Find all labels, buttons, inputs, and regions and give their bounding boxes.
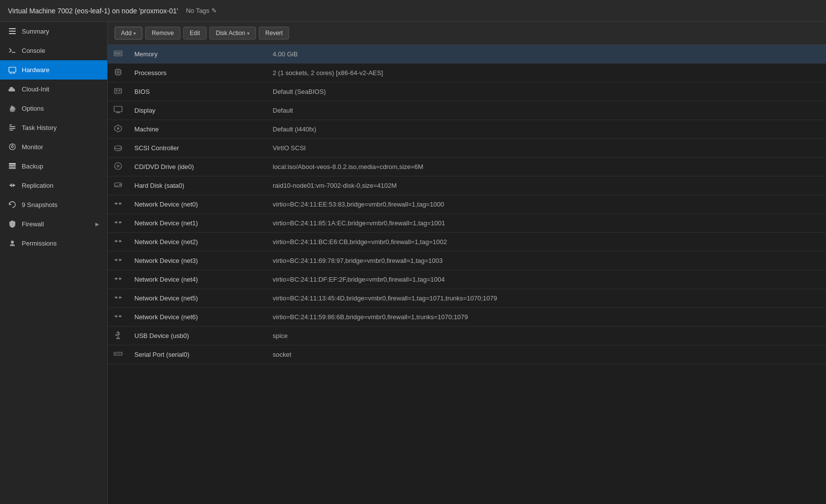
sidebar-item-options[interactable]: Options: [0, 99, 107, 118]
sidebar-item-label-monitor: Monitor: [22, 143, 43, 151]
revert-button[interactable]: Revert: [259, 27, 289, 40]
add-button[interactable]: Add ▾: [115, 27, 142, 40]
no-tags-button[interactable]: No Tags ✎: [186, 7, 216, 14]
hardware-row-name-15: USB Device (usb0): [128, 327, 267, 345]
hardware-row-value-5: VirtIO SCSI: [267, 139, 826, 158]
console-icon: [8, 46, 17, 55]
hardware-table: Memory4.00 GiBProcessors2 (1 sockets, 2 …: [108, 45, 826, 364]
hardware-row-name-9: Network Device (net1): [128, 214, 267, 233]
sidebar-item-console[interactable]: Console: [0, 41, 107, 60]
sidebar-item-replication[interactable]: Replication: [0, 176, 107, 195]
sidebar-item-label-snapshots: 9 Snapshots: [22, 201, 57, 209]
monitor-icon: [8, 142, 17, 151]
sidebar-item-summary[interactable]: Summary: [0, 22, 107, 41]
table-row[interactable]: SCSI ControllerVirtIO SCSI: [108, 139, 826, 158]
hardware-row-name-12: Network Device (net4): [128, 270, 267, 289]
sidebar-item-label-permissions: Permissions: [22, 240, 57, 247]
sidebar-item-backup[interactable]: Backup: [0, 157, 107, 176]
options-icon: [8, 104, 17, 113]
disk-action-button[interactable]: Disk Action ▾: [209, 27, 256, 40]
hardware-row-name-7: Hard Disk (sata0): [128, 176, 267, 195]
backup-icon: [8, 162, 17, 170]
table-row[interactable]: Network Device (net5)virtio=BC:24:11:13:…: [108, 289, 826, 308]
svg-rect-25: [117, 71, 120, 74]
hardware-table-container[interactable]: Memory4.00 GiBProcessors2 (1 sockets, 2 …: [108, 45, 826, 504]
svg-rect-2: [9, 33, 16, 34]
harddisk-icon: [108, 176, 128, 195]
hardware-icon: [8, 65, 17, 74]
sidebar-item-label-summary: Summary: [22, 28, 49, 35]
svg-marker-58: [115, 221, 117, 224]
firewall-icon: [8, 219, 17, 228]
table-row[interactable]: Network Device (net1)virtio=BC:24:11:85:…: [108, 214, 826, 233]
table-row[interactable]: Memory4.00 GiB: [108, 45, 826, 64]
table-row[interactable]: Hard Disk (sata0)raid10-node01:vm-7002-d…: [108, 176, 826, 195]
edit-button[interactable]: Edit: [183, 27, 206, 40]
sidebar-item-hardware[interactable]: Hardware: [0, 60, 107, 80]
svg-point-18: [11, 241, 14, 244]
table-row[interactable]: Processors2 (1 sockets, 2 cores) [x86-64…: [108, 64, 826, 83]
table-row[interactable]: Network Device (net3)virtio=BC:24:11:69:…: [108, 252, 826, 270]
scsi-icon: [108, 139, 128, 158]
sidebar-item-snapshots[interactable]: 9 Snapshots: [0, 195, 107, 214]
table-row[interactable]: Network Device (net4)virtio=BC:24:11:DF:…: [108, 270, 826, 289]
svg-rect-8: [9, 125, 12, 126]
svg-rect-17: [9, 163, 16, 165]
svg-rect-23: [120, 52, 121, 55]
svg-marker-63: [120, 277, 122, 280]
task-history-icon: [8, 123, 17, 132]
table-row[interactable]: Serial Port (serial0)socket: [108, 345, 826, 364]
table-row[interactable]: Network Device (net0)virtio=BC:24:11:EE:…: [108, 195, 826, 214]
svg-point-82: [120, 353, 121, 354]
chevron-icon-firewall: ▶: [95, 221, 99, 227]
table-row[interactable]: BIOSDefault (SeaBIOS): [108, 83, 826, 101]
svg-point-13: [11, 146, 13, 148]
table-row[interactable]: MachineDefault (i440fx): [108, 120, 826, 139]
svg-marker-66: [115, 296, 117, 299]
net2-icon: [108, 233, 128, 252]
svg-point-54: [120, 184, 121, 186]
permissions-icon: [8, 239, 17, 248]
net1-icon: [108, 214, 128, 233]
cdrom-icon: [108, 158, 128, 176]
disk-action-dropdown-arrow: ▾: [247, 31, 249, 36]
hardware-row-name-11: Network Device (net3): [128, 252, 267, 270]
svg-rect-38: [115, 88, 122, 93]
hardware-row-name-4: Machine: [128, 120, 267, 139]
sidebar-item-cloud-init[interactable]: Cloud-Init: [0, 80, 107, 99]
table-row[interactable]: CD/DVD Drive (ide0)local:iso/Aboot-veos-…: [108, 158, 826, 176]
svg-rect-15: [9, 167, 16, 169]
hardware-row-value-0: 4.00 GiB: [267, 45, 826, 64]
serial-icon: [108, 345, 128, 364]
table-row[interactable]: USB Device (usb0)spice: [108, 327, 826, 345]
hardware-row-value-3: Default: [267, 101, 826, 120]
sidebar-item-firewall[interactable]: Firewall▶: [0, 214, 107, 234]
table-row[interactable]: Network Device (net6)virtio=BC:24:11:59:…: [108, 308, 826, 327]
sidebar-item-label-options: Options: [22, 105, 44, 112]
svg-rect-21: [117, 52, 118, 55]
cloud-icon: [8, 84, 17, 93]
svg-rect-22: [118, 52, 119, 55]
bios-icon: [108, 83, 128, 101]
svg-marker-56: [115, 202, 117, 205]
svg-marker-55: [120, 202, 122, 205]
svg-rect-10: [9, 128, 15, 129]
hardware-row-value-2: Default (SeaBIOS): [267, 83, 826, 101]
hardware-row-value-9: virtio=BC:24:11:85:1A:EC,bridge=vmbr0,fi…: [267, 214, 826, 233]
machine-icon: [108, 120, 128, 139]
svg-rect-0: [9, 28, 16, 29]
svg-rect-4: [9, 67, 16, 72]
sidebar-item-permissions[interactable]: Permissions: [0, 234, 107, 253]
sidebar-item-label-console: Console: [22, 47, 45, 54]
hardware-row-name-8: Network Device (net0): [128, 195, 267, 214]
sidebar-item-task-history[interactable]: Task History: [0, 118, 107, 137]
sidebar: SummaryConsoleHardwareCloud-InitOptionsT…: [0, 22, 108, 504]
hardware-row-name-10: Network Device (net2): [128, 233, 267, 252]
svg-marker-60: [115, 240, 117, 243]
remove-button[interactable]: Remove: [145, 27, 180, 40]
table-row[interactable]: Network Device (net2)virtio=BC:24:11:BC:…: [108, 233, 826, 252]
table-row[interactable]: DisplayDefault: [108, 101, 826, 120]
sidebar-item-monitor[interactable]: Monitor: [0, 137, 107, 157]
usb-icon: [108, 327, 128, 345]
svg-marker-57: [120, 221, 122, 224]
